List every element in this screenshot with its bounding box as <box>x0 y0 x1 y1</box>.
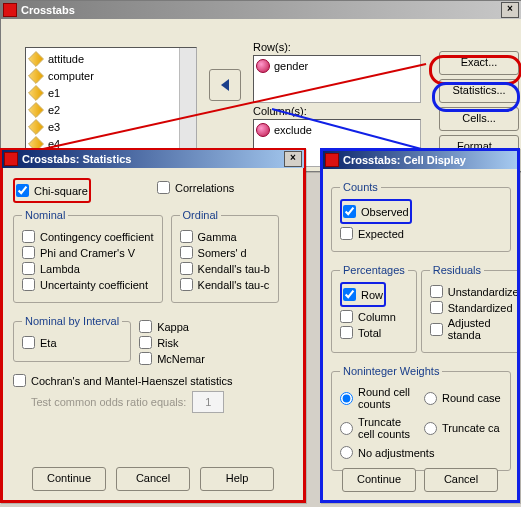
group-legend: Counts <box>340 181 381 193</box>
dialog-title: Crosstabs: Cell Display <box>343 154 466 166</box>
scale-icon <box>28 85 44 101</box>
crosstabs-statistics-dialog: Crosstabs: Statistics × Chi-square Corre… <box>0 148 306 503</box>
no-adjust-radio[interactable]: No adjustments <box>340 446 502 459</box>
nominal-icon <box>256 123 270 137</box>
cells-button[interactable]: Cells... <box>439 107 519 131</box>
var-label: e2 <box>48 104 60 116</box>
expected-check[interactable]: Expected <box>340 227 502 240</box>
somers-check[interactable]: Somers' d <box>180 246 270 259</box>
gamma-check[interactable]: Gamma <box>180 230 270 243</box>
rows-value: gender <box>274 60 308 72</box>
phi-check[interactable]: Phi and Cramer's V <box>22 246 154 259</box>
exact-button[interactable]: Exact... <box>439 51 519 75</box>
scale-icon <box>28 68 44 84</box>
cancel-button[interactable]: Cancel <box>424 468 498 492</box>
titlebar: Crosstabs × <box>1 1 521 19</box>
contingency-check[interactable]: Contingency coefficient <box>22 230 154 243</box>
continue-button[interactable]: Continue <box>32 467 106 491</box>
rows-label: Row(s): <box>253 41 291 53</box>
dialog-title: Crosstabs: Statistics <box>22 153 131 165</box>
row-pct-check[interactable]: Row <box>343 288 383 301</box>
crosstabs-cell-display-dialog: Crosstabs: Cell Display Counts Observed … <box>320 148 520 503</box>
nominal-by-interval-group: Nominal by Interval Eta <box>13 315 131 362</box>
chi-square-check[interactable]: Chi-square <box>16 184 88 197</box>
ktau-b-check[interactable]: Kendall's tau-b <box>180 262 270 275</box>
nominal-icon <box>256 59 270 73</box>
highlight-chisquare: Chi-square <box>13 178 91 203</box>
odds-label: Test common odds ratio equals: <box>31 396 186 408</box>
counts-group: Counts Observed Expected <box>331 181 511 252</box>
group-legend: Percentages <box>340 264 408 276</box>
crosstabs-main-window: Crosstabs × attitude computer e1 e2 e3 e… <box>0 0 521 172</box>
percentages-group: Percentages Row Column Total <box>331 264 417 353</box>
list-item[interactable]: e1 <box>28 84 194 101</box>
trunc-cell-radio[interactable]: Truncate cell counts <box>340 416 418 440</box>
scale-icon <box>28 51 44 67</box>
col-pct-check[interactable]: Column <box>340 310 408 323</box>
var-label: computer <box>48 70 94 82</box>
app-icon <box>3 3 17 17</box>
round-case-radio[interactable]: Round case <box>424 386 502 410</box>
list-item[interactable]: computer <box>28 67 194 84</box>
correlations-check[interactable]: Correlations <box>157 181 293 194</box>
residuals-group: Residuals Unstandardized Standardized Ad… <box>421 264 520 353</box>
help-button[interactable]: Help <box>200 467 274 491</box>
nominal-group: Nominal Contingency coefficient Phi and … <box>13 209 163 303</box>
var-label: e1 <box>48 87 60 99</box>
ordinal-group: Ordinal Gamma Somers' d Kendall's tau-b … <box>171 209 279 303</box>
cols-value: exclude <box>274 124 312 136</box>
eta-check[interactable]: Eta <box>22 336 122 349</box>
close-icon[interactable]: × <box>284 151 302 167</box>
kappa-check[interactable]: Kappa <box>139 320 293 333</box>
unstd-resid-check[interactable]: Unstandardized <box>430 285 520 298</box>
window-title: Crosstabs <box>21 4 75 16</box>
app-icon <box>4 152 18 166</box>
cancel-button[interactable]: Cancel <box>116 467 190 491</box>
observed-check[interactable]: Observed <box>343 205 409 218</box>
scale-icon <box>28 119 44 135</box>
var-label: attitude <box>48 53 84 65</box>
arrow-left-icon <box>221 79 229 91</box>
cochran-check[interactable]: Cochran's and Mantel-Haenszel statistics <box>13 374 293 387</box>
total-pct-check[interactable]: Total <box>340 326 408 339</box>
group-legend: Nominal by Interval <box>22 315 122 327</box>
titlebar: Crosstabs: Statistics × <box>2 150 304 168</box>
group-legend: Residuals <box>430 264 484 276</box>
std-resid-check[interactable]: Standardized <box>430 301 520 314</box>
adj-resid-check[interactable]: Adjusted standa <box>430 317 520 341</box>
group-legend: Ordinal <box>180 209 221 221</box>
odds-ratio-input[interactable] <box>192 391 224 413</box>
continue-button[interactable]: Continue <box>342 468 416 492</box>
noninteger-group: Noninteger Weights Round cell counts Rou… <box>331 365 511 471</box>
group-legend: Noninteger Weights <box>340 365 442 377</box>
titlebar: Crosstabs: Cell Display <box>323 151 517 169</box>
highlight-observed: Observed <box>340 199 412 224</box>
group-legend: Nominal <box>22 209 68 221</box>
app-icon <box>325 153 339 167</box>
highlight-row-pct: Row <box>340 282 386 307</box>
round-cell-radio[interactable]: Round cell counts <box>340 386 418 410</box>
close-icon[interactable]: × <box>501 2 519 18</box>
uncertainty-check[interactable]: Uncertainty coefficient <box>22 278 154 291</box>
risk-check[interactable]: Risk <box>139 336 293 349</box>
list-item[interactable]: e2 <box>28 101 194 118</box>
move-to-rows-button[interactable] <box>209 69 241 101</box>
statistics-button[interactable]: Statistics... <box>439 79 519 103</box>
lambda-check[interactable]: Lambda <box>22 262 154 275</box>
trunc-case-radio[interactable]: Truncate ca <box>424 416 502 440</box>
ktau-c-check[interactable]: Kendall's tau-c <box>180 278 270 291</box>
scale-icon <box>28 102 44 118</box>
var-label: e3 <box>48 121 60 133</box>
mcnemar-check[interactable]: McNemar <box>139 352 293 365</box>
list-item[interactable]: attitude <box>28 50 194 67</box>
